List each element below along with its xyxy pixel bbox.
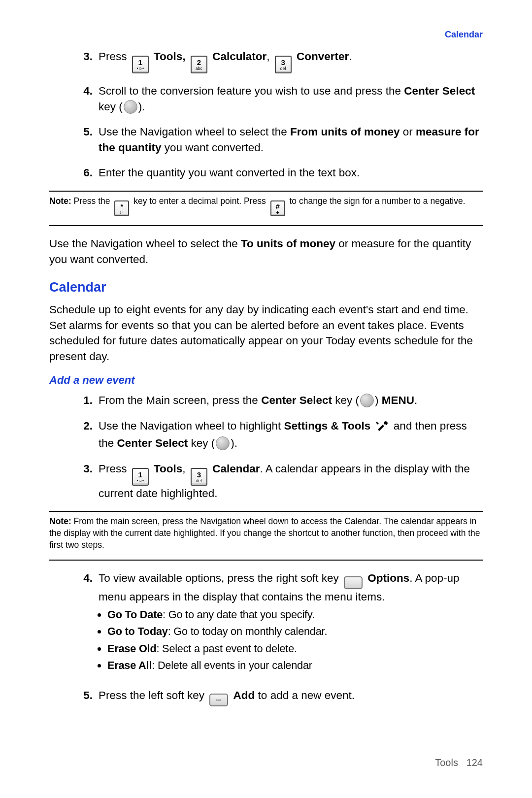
add-event-steps-continued: 4. To view available options, press the … [79,570,483,706]
text: Press the [71,196,113,206]
key-1-icon: 1•☺• [132,56,149,73]
step-number: 5. [79,688,93,703]
text: To view available options, press the rig… [99,572,342,584]
step-number: 3. [79,49,93,65]
bold-text: Converter [297,50,349,63]
step-number: 3. [79,461,93,477]
note-decimal-sign: Note: Press the *↕+ key to enter a decim… [49,196,483,216]
step-body: Use the Navigation wheel to select the F… [99,124,483,155]
text: Press the left soft key [99,689,207,701]
text: , [182,463,189,475]
text: Use the Navigation wheel to highlight [99,420,284,432]
note-label: Note: [49,516,71,526]
text: , [266,50,273,63]
bold-text: Add [233,689,255,701]
add-event-steps: 1. From the Main screen, press the Cente… [79,393,483,501]
bold-text: Center Select [404,85,475,97]
step-number: 4. [79,570,93,586]
divider [49,560,483,561]
step-3: 3. Press 1•☺• Tools, 3def Calendar. A ca… [79,461,483,501]
converter-to-units-para: Use the Navigation wheel to select the T… [49,236,483,267]
key-star-icon: *↕+ [114,200,129,216]
footer-page-number: 124 [466,757,483,768]
text: . [349,50,352,63]
text: : Delete all events in your calendar [152,659,312,671]
bullet-item: Erase All: Delete all events in your cal… [107,658,483,674]
text: From the Main screen, press the [99,394,261,406]
center-select-icon [216,436,230,450]
step-number: 1. [79,393,93,408]
bold-text: Erase Old [107,642,156,655]
key-1-icon: 1•☺• [132,468,149,486]
text: From the main screen, press the Navigati… [49,516,480,549]
calendar-heading: Calendar [49,280,483,295]
text: . [414,394,417,406]
step-body: To view available options, press the rig… [99,570,483,678]
key-3-icon: 3def [275,56,292,73]
text: you want converted. [162,141,264,154]
step-number: 4. [79,83,93,99]
divider [49,191,483,192]
step-1: 1. From the Main screen, press the Cente… [79,393,483,408]
bold-text: Tools, [154,50,186,63]
options-bullets: Go To Date: Go to any date that you spec… [107,607,483,674]
step-5: 5. Use the Navigation wheel to select th… [79,124,483,155]
add-new-event-heading: Add a new event [49,374,483,387]
bold-text: Calculator [212,50,266,63]
bold-text: Settings & Tools [284,420,370,432]
text: Press [99,463,130,475]
text: Press [99,50,130,63]
text: key to enter a decimal point. Press [133,196,268,206]
page-footer: Tools 124 [435,757,483,768]
bullet-item: Go to Today: Go to today on monthly cale… [107,624,483,640]
bold-text: Calendar [212,463,260,475]
key-2-icon: 2abc [191,56,207,73]
text: : Select a past event to delete. [156,642,297,655]
step-body: From the Main screen, press the Center S… [99,393,483,408]
step-number: 6. [79,165,93,181]
text: key ( [99,100,123,113]
text: to change the sign for a number to a neg… [289,196,465,206]
step-body: Press the left soft key ⇨ Add to add a n… [99,688,483,706]
text: key ( [188,437,215,449]
settings-tools-icon [376,420,389,436]
step-2: 2. Use the Navigation wheel to highlight… [79,418,483,451]
step-body: Enter the quantity you want converted in… [99,165,483,181]
step-body: Press 1•☺• Tools, 2abc Calculator, 3def … [99,49,483,73]
bold-text: MENU [382,394,414,406]
bold-text: Go To Date [107,608,163,621]
center-select-icon [124,100,137,114]
right-soft-key-icon: — [344,576,363,589]
key-3-icon: 3def [191,468,207,486]
text: key ( [332,394,359,406]
bold-text: To units of money [241,237,335,250]
text: : Go to any date that you specify. [163,608,315,621]
text: ). [138,100,145,113]
converter-steps: 3. Press 1•☺• Tools, 2abc Calculator, 3d… [79,49,483,181]
bold-text: Erase All [107,659,152,671]
text: : Go to today on monthly calendar. [168,625,328,637]
text: or [400,126,416,138]
bold-text: Options [367,572,409,584]
step-5: 5. Press the left soft key ⇨ Add to add … [79,688,483,706]
calendar-intro: Schedule up to eight events for any day … [49,302,483,364]
step-3: 3. Press 1•☺• Tools, 2abc Calculator, 3d… [79,49,483,73]
manual-page: Calendar 3. Press 1•☺• Tools, 2abc Calcu… [0,0,532,798]
bullet-item: Go To Date: Go to any date that you spec… [107,607,483,623]
step-body: Scroll to the conversion feature you wis… [99,83,483,114]
center-select-icon [360,394,374,407]
note-calendar-shortcut: Note: From the main screen, press the Na… [49,516,483,551]
footer-section: Tools [435,757,458,768]
text: Scroll to the conversion feature you wis… [99,85,404,97]
key-hash-icon: #♣ [270,200,285,216]
bullet-item: Erase Old: Select a past event to delete… [107,641,483,657]
divider [49,225,483,226]
step-number: 5. [79,124,93,140]
step-body: Press 1•☺• Tools, 3def Calendar. A calen… [99,461,483,501]
step-4: 4. To view available options, press the … [79,570,483,678]
note-label: Note: [49,196,71,206]
step-4: 4. Scroll to the conversion feature you … [79,83,483,114]
left-soft-key-icon: ⇨ [209,694,228,706]
step-6: 6. Enter the quantity you want converted… [79,165,483,181]
divider [49,511,483,512]
